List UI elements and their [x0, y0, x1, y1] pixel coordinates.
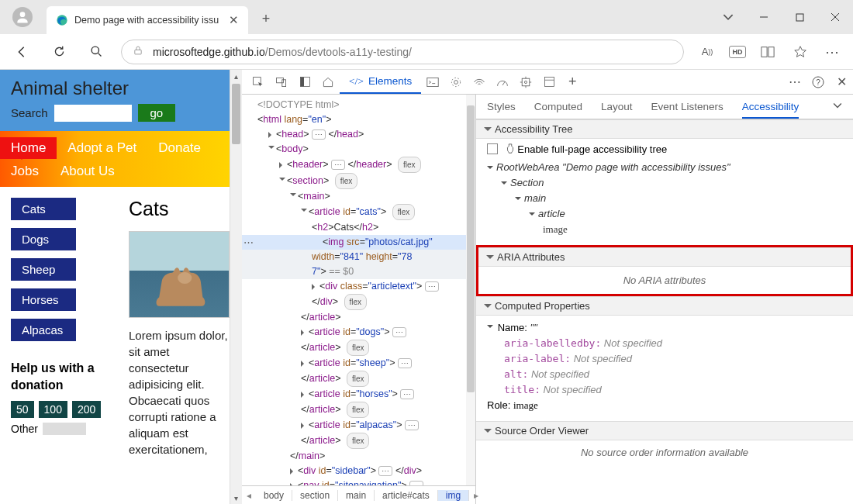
profile-avatar[interactable] [12, 7, 33, 27]
svg-line-5 [98, 54, 101, 57]
donation-other: Other [11, 423, 38, 435]
console-icon[interactable] [421, 71, 444, 93]
svg-point-17 [452, 78, 461, 86]
svg-rect-15 [427, 78, 438, 86]
application-icon[interactable] [537, 71, 561, 93]
pane-accessibility-tree[interactable]: Accessibility Tree [476, 119, 853, 139]
search-button[interactable] [84, 40, 109, 64]
go-button[interactable]: go [138, 104, 176, 122]
subtabs-more-icon[interactable] [833, 101, 842, 112]
dom-tree[interactable]: <!DOCTYPE html> <html lang="en"> <head> … [242, 95, 475, 485]
svg-rect-6 [135, 50, 141, 54]
no-aria-text: No ARIA attributes [478, 267, 851, 294]
donation-200[interactable]: 200 [72, 401, 101, 418]
memory-icon[interactable] [514, 71, 537, 93]
devtools-more-icon[interactable]: ⋯ [783, 71, 806, 93]
article-text: Lorem ipsum dolor, sit amet consectetur … [129, 327, 230, 457]
hd-icon[interactable]: HD [729, 46, 746, 58]
subtab-computed[interactable]: Computed [534, 101, 582, 112]
address-bar[interactable]: microsoftedge.github.io/Demos/devtools-a… [121, 40, 684, 64]
svg-rect-21 [544, 78, 554, 87]
welcome-icon[interactable] [316, 71, 340, 93]
sidebar-item-horses[interactable]: Horses [11, 288, 76, 311]
donation-heading: Help us with a donation [11, 360, 107, 393]
svg-point-9 [178, 272, 192, 284]
subtab-events[interactable]: Event Listeners [651, 101, 723, 112]
nav-about[interactable]: About Us [50, 162, 126, 181]
cat-image [129, 231, 230, 318]
donation-other-input[interactable] [43, 423, 86, 435]
performance-icon[interactable] [491, 71, 514, 93]
devtools-toolbar: </>Elements + ⋯ ? ✕ [242, 70, 853, 95]
url-text: microsoftedge.github.io/Demos/devtools-a… [153, 46, 412, 58]
sidebar-item-cats[interactable]: Cats [11, 198, 76, 220]
tab-elements[interactable]: </>Elements [340, 70, 421, 94]
window-close-button[interactable] [817, 3, 853, 31]
reader-icon[interactable] [757, 41, 779, 63]
subtab-accessibility[interactable]: Accessibility [742, 101, 799, 119]
svg-point-0 [20, 12, 26, 17]
subtab-styles[interactable]: Styles [487, 101, 516, 112]
read-aloud-icon[interactable]: A)) [696, 41, 718, 63]
selected-dom-node[interactable]: <img src="photos/cat.jpg" [242, 235, 475, 250]
svg-rect-19 [522, 78, 530, 86]
new-tab-button[interactable]: + [254, 7, 278, 30]
svg-point-16 [454, 80, 458, 84]
chevron-down-icon[interactable] [710, 3, 746, 31]
breadcrumb[interactable]: ◂ body section main article#cats img ▸ [242, 485, 475, 504]
maximize-button[interactable] [782, 3, 817, 31]
nav-home[interactable]: Home [0, 137, 57, 159]
dock-icon[interactable] [293, 71, 316, 93]
refresh-button[interactable] [47, 40, 71, 64]
search-label: Search [11, 106, 48, 119]
fullpage-label: Enable full-page accessibility tree [517, 143, 667, 155]
subtab-layout[interactable]: Layout [601, 101, 633, 112]
no-source-order: No source order information available [476, 440, 853, 464]
elements-subtabs: Styles Computed Layout Event Listeners A… [476, 95, 853, 119]
favorite-icon[interactable] [789, 41, 811, 63]
page-heading: Animal shelter [11, 78, 219, 99]
svg-line-18 [502, 81, 505, 85]
inspect-icon[interactable] [247, 71, 270, 93]
edge-icon [56, 14, 68, 26]
dom-scrollbar[interactable] [466, 95, 475, 485]
devtools-close-icon[interactable]: ✕ [830, 71, 853, 93]
pane-computed[interactable]: Computed Properties [476, 296, 853, 316]
donation-100[interactable]: 100 [39, 401, 67, 418]
article-title: Cats [129, 198, 230, 220]
add-tab-icon[interactable]: + [561, 71, 584, 93]
device-icon[interactable] [270, 71, 293, 93]
svg-point-4 [92, 47, 98, 54]
pane-aria[interactable]: ARIA Attributes [478, 247, 851, 267]
pane-source-order[interactable]: Source Order Viewer [476, 421, 853, 440]
sidebar-item-dogs[interactable]: Dogs [11, 228, 76, 250]
tab-title: Demo page with accessibility issu [74, 15, 219, 26]
svg-text:?: ? [816, 78, 820, 87]
nav-adopt[interactable]: Adopt a Pet [57, 137, 147, 159]
search-input[interactable] [54, 105, 132, 122]
page-content: Animal shelter Search go Home Adopt a Pe… [0, 70, 230, 504]
browser-tab[interactable]: Demo page with accessibility issu ✕ [47, 6, 248, 34]
fullpage-checkbox[interactable] [487, 143, 498, 154]
donation-50[interactable]: 50 [11, 401, 34, 418]
minimize-button[interactable] [746, 3, 782, 31]
page-scrollbar[interactable]: ▴▾ [230, 70, 242, 504]
svg-rect-7 [761, 47, 767, 57]
lock-icon [133, 45, 143, 59]
close-tab-icon[interactable]: ✕ [229, 13, 239, 27]
svg-rect-8 [768, 47, 774, 57]
nav-jobs[interactable]: Jobs [0, 162, 50, 181]
network-icon[interactable] [468, 71, 491, 93]
back-button[interactable] [9, 40, 34, 64]
nav-donate[interactable]: Donate [147, 137, 212, 159]
sources-icon[interactable] [444, 71, 468, 93]
svg-point-20 [525, 81, 527, 83]
svg-rect-3 [796, 14, 803, 21]
svg-rect-14 [300, 78, 304, 87]
sidebar-item-alpacas[interactable]: Alpacas [11, 319, 76, 341]
help-icon[interactable]: ? [806, 71, 830, 93]
sidebar-item-sheep[interactable]: Sheep [11, 258, 76, 281]
more-icon[interactable]: ⋯ [822, 41, 844, 63]
